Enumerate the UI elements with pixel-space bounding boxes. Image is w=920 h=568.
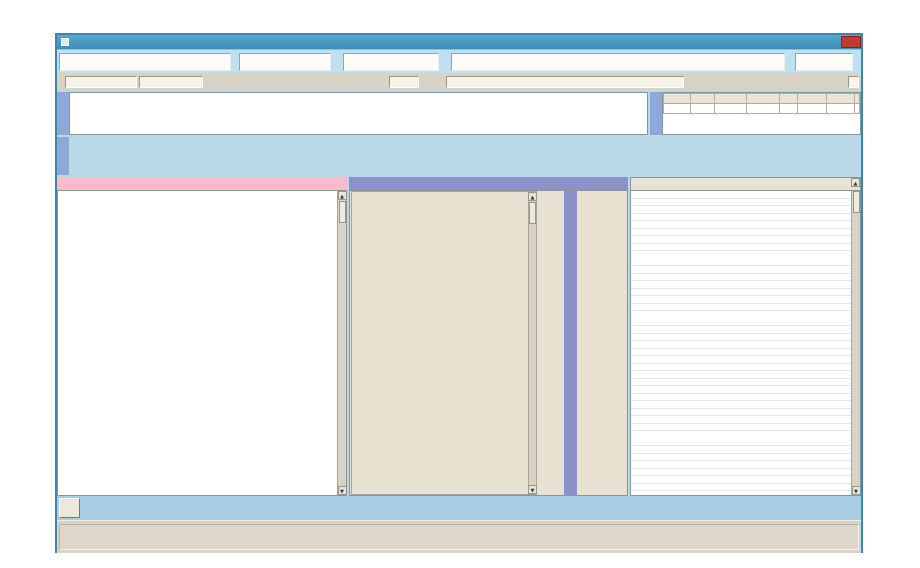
col-days: [690, 94, 714, 104]
summary-list: [351, 191, 528, 495]
scroll-thumb[interactable]: [529, 202, 536, 224]
application-window: ▲ ▼ ▲ ▼: [55, 33, 863, 553]
total-info-tab: [650, 92, 662, 135]
status-inner: [59, 524, 859, 550]
title-bar: [57, 35, 861, 49]
blank-field[interactable]: [389, 76, 419, 88]
app-icon: [61, 38, 69, 46]
check-scrollbar[interactable]: ▲ ▼: [337, 191, 346, 495]
scroll-thumb[interactable]: [853, 191, 860, 213]
col-points: [714, 94, 747, 104]
calendar-header: ▲: [630, 177, 861, 190]
status-strip: [57, 520, 861, 553]
insurance-info-section: [57, 92, 861, 135]
summary-panel: ▲ ▼: [349, 177, 628, 496]
receipt-number-field[interactable]: [239, 53, 331, 71]
check-list: [58, 191, 337, 495]
check-panel-body: ▲ ▼: [57, 190, 347, 496]
calc-date-strip: [564, 191, 577, 495]
check-panel: ▲ ▼: [57, 177, 347, 496]
calendar-panel: ▲ ▼: [630, 177, 861, 496]
row-label: [664, 104, 691, 114]
summary-scrollbar[interactable]: ▲ ▼: [528, 191, 537, 495]
shift-indicator: [59, 498, 80, 518]
scroll-down-icon[interactable]: ▼: [852, 486, 861, 495]
col-care-cost: [826, 94, 854, 104]
table-row: [664, 104, 860, 114]
main-area: ▲ ▼ ▲ ▼: [57, 177, 861, 496]
disease-section: [57, 137, 861, 175]
disease-tab: [57, 137, 69, 175]
calendar-grid: ▼: [630, 190, 861, 496]
insurance-info-tab: [57, 92, 69, 135]
close-button[interactable]: [841, 36, 861, 48]
col-copay: [747, 94, 780, 104]
page-title: [59, 53, 231, 71]
col-blank: [779, 94, 797, 104]
calendar-scrollbar[interactable]: ▼: [851, 191, 860, 495]
special-note-field[interactable]: [446, 76, 684, 88]
patient-summary-field: [451, 53, 785, 71]
disease-table-left: [69, 137, 560, 175]
scroll-down-icon[interactable]: ▼: [338, 486, 347, 495]
mode-field: [343, 53, 439, 71]
page-indicator: [795, 53, 853, 71]
insurer-number-field[interactable]: [65, 76, 137, 88]
check-panel-title: [57, 177, 347, 190]
disease-table-right: [562, 137, 861, 175]
col-meals: [798, 94, 826, 104]
total-info-panel: [662, 92, 861, 135]
maximize-button[interactable]: [826, 36, 841, 48]
corner-mini-button[interactable]: [848, 76, 859, 88]
scroll-down-icon[interactable]: ▼: [528, 485, 537, 494]
scroll-up-icon[interactable]: ▲: [528, 192, 537, 201]
insured-symbol-field[interactable]: [139, 76, 203, 88]
scroll-up-icon[interactable]: ▲: [338, 191, 347, 200]
patient-header: [57, 49, 861, 73]
summary-panel-body: ▲ ▼: [349, 190, 628, 496]
total-points: [714, 104, 747, 114]
minimize-button[interactable]: [811, 36, 826, 48]
calendar-marks: [631, 191, 851, 495]
function-key-bar: [57, 496, 861, 520]
scroll-thumb[interactable]: [339, 201, 346, 223]
total-days: [690, 104, 714, 114]
insurance-row: [57, 73, 861, 90]
summary-panel-title: [349, 177, 628, 190]
col-standard: [855, 94, 860, 104]
total-table: [663, 93, 860, 114]
insurance-info-panel: [69, 92, 648, 135]
scroll-up-icon[interactable]: ▲: [851, 178, 860, 187]
calendar-day-numbers: [631, 178, 851, 190]
